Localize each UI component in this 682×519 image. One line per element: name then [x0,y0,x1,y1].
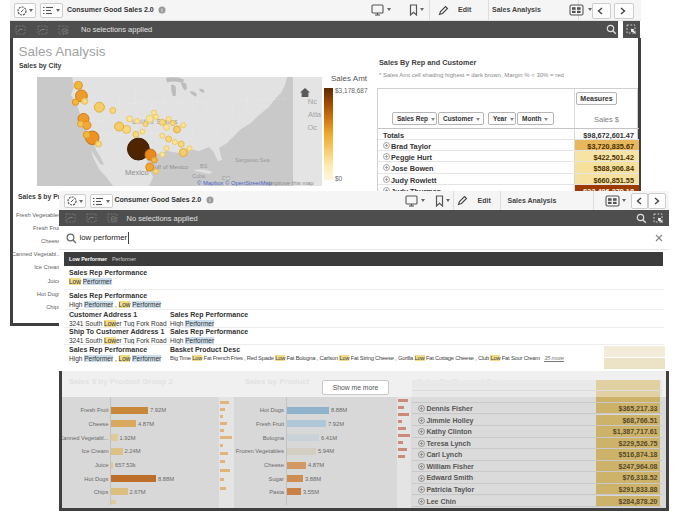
svg-text:Sargasso Sea: Sargasso Sea [235,157,270,163]
svg-text:BS: BS [200,163,208,169]
svg-text:i: i [161,7,162,13]
svg-text:Nc: Nc [307,97,316,106]
svg-text:Mexico: Mexico [125,168,149,177]
svg-text:Improve this map: Improve this map [269,180,313,186]
svg-text:Oc: Oc [307,123,317,132]
svg-text:Cuba: Cuba [192,173,206,179]
svg-text:© Mapbox © OpenStreetMap: © Mapbox © OpenStreetMap [197,180,272,186]
svg-text:i: i [209,197,210,203]
svg-text:Atla: Atla [308,110,322,119]
